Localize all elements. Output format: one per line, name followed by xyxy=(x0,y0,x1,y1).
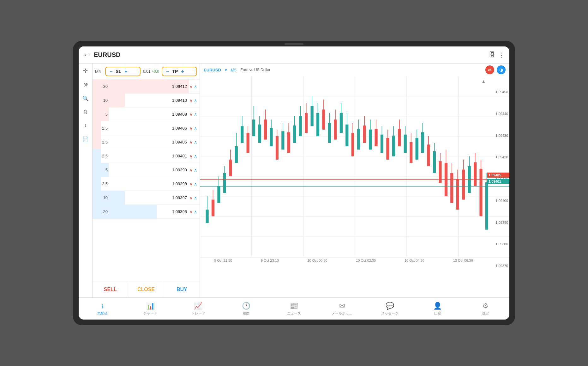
svg-rect-40 xyxy=(281,131,284,149)
order-book-row: 10 1.09410 ∨ ∧ xyxy=(93,94,200,107)
svg-rect-108 xyxy=(479,169,482,216)
chart-svg-wrapper: 1.09450 1.09440 1.09430 1.09420 1.09410 … xyxy=(200,76,509,258)
sell-button[interactable]: SELL xyxy=(93,281,128,297)
bottom-nav: ↕ 気配値 📊 チャート 📈 トレード 🕐 履歴 📰 ニュース ✉ メールボ xyxy=(79,297,509,320)
sl-plus-button[interactable]: + xyxy=(124,69,128,74)
nav-item-news[interactable]: 📰 ニュース xyxy=(283,302,305,316)
sl-minus-button[interactable]: − xyxy=(109,69,113,74)
nav-label-trade: トレード xyxy=(191,311,205,316)
order-book: 30 1.09412 ∨ ∧ 10 1.09410 ∨ ∧ 5 xyxy=(93,80,200,281)
svg-rect-18 xyxy=(217,186,220,203)
buy-button[interactable]: BUY xyxy=(164,281,200,297)
ob-volume: 10 xyxy=(95,195,108,200)
server-icon[interactable]: 🗄 xyxy=(489,51,495,58)
nav-label-news: ニュース xyxy=(287,311,301,316)
svg-rect-54 xyxy=(322,110,325,130)
up-arrow-icon: ∧ xyxy=(194,209,197,214)
chart-header: EURUSD ▾ M5 Euro vs US Dollar ⇄ ◑ xyxy=(200,64,509,76)
price-label: 1.09400 xyxy=(487,199,509,203)
ob-volume: 2.5 xyxy=(95,181,108,186)
svg-rect-90 xyxy=(427,144,430,166)
chart-area: EURUSD ▾ M5 Euro vs US Dollar ⇄ ◑ xyxy=(200,64,509,297)
nav-item-trade[interactable]: 📈 トレード xyxy=(187,302,209,316)
down-arrow-icon: ∨ xyxy=(189,112,193,117)
ob-price: 1.09405 xyxy=(108,140,187,144)
nav-item-settings[interactable]: ⚙ 設定 xyxy=(474,302,496,316)
tp-box: − TP + xyxy=(162,67,197,76)
ob-price: 1.09398 xyxy=(108,181,187,186)
tp-plus-button[interactable]: + xyxy=(180,69,184,74)
sl-label: SL xyxy=(116,69,121,74)
time-axis: 9 Oct 21:50 9 Oct 23:10 10 Oct 00:30 10 … xyxy=(200,258,509,263)
indicator-button-blue[interactable]: ◑ xyxy=(497,65,506,74)
close-button[interactable]: CLOSE xyxy=(128,281,164,297)
svg-rect-84 xyxy=(410,142,412,163)
up-arrow-icon: ∧ xyxy=(194,168,197,173)
trade-icon: 📈 xyxy=(194,302,202,310)
device-frame: ← EURUSD 🗄 ⋮ ✛ ⚒ 🔍 ⇅ ↕ 📄 M5 xyxy=(73,41,515,325)
ob-price: 1.09397 xyxy=(108,195,187,200)
order-book-row: 2.5 1.09401 ∨ ∧ xyxy=(93,149,200,163)
mailbox-icon: ✉ xyxy=(339,302,345,310)
nav-item-history[interactable]: 🕐 履歴 xyxy=(235,302,257,316)
svg-rect-56 xyxy=(328,123,331,143)
tp-label: TP xyxy=(172,69,178,74)
header: ← EURUSD 🗄 ⋮ xyxy=(79,46,509,64)
price-label: 1.09440 xyxy=(487,112,509,116)
nav-item-mailbox[interactable]: ✉ メールボッ... xyxy=(331,302,353,316)
price-label: 1.09380 xyxy=(487,242,509,246)
ob-volume: 5 xyxy=(95,112,108,117)
history-icon: 🕐 xyxy=(242,302,250,310)
nav-item-quotes[interactable]: ↕ 気配値 xyxy=(92,302,114,316)
order-panel: M5 − SL + 0.01 +0.0 − TP + xyxy=(93,64,200,297)
ob-price: 1.09406 xyxy=(108,126,187,131)
transfer-icon[interactable]: ↕ xyxy=(84,123,87,128)
ob-price: 1.09399 xyxy=(108,168,187,172)
back-button[interactable]: ← xyxy=(84,51,90,58)
down-arrow-icon: ∨ xyxy=(189,209,193,214)
nav-label-settings: 設定 xyxy=(482,311,489,316)
time-label: 10 Oct 00:30 xyxy=(308,259,327,262)
action-row: SELL CLOSE BUY xyxy=(93,281,200,297)
document-icon[interactable]: 📄 xyxy=(82,136,89,142)
svg-rect-16 xyxy=(212,200,214,217)
indicator-button-red[interactable]: ⇄ xyxy=(485,65,494,74)
ob-volume: 20 xyxy=(95,209,108,214)
chart-scroll-up-icon[interactable]: ▲ xyxy=(481,79,486,84)
nav-label-chart: チャート xyxy=(143,311,157,316)
svg-rect-26 xyxy=(241,126,243,143)
down-arrow-icon: ∨ xyxy=(189,154,193,159)
svg-rect-106 xyxy=(474,162,477,186)
nav-item-chart[interactable]: 📊 チャート xyxy=(139,302,161,316)
order-book-row: 30 1.09412 ∨ ∧ xyxy=(93,80,200,94)
svg-rect-98 xyxy=(450,173,453,203)
nav-item-messages[interactable]: 💬 メッセージ xyxy=(379,302,401,316)
news-icon: 📰 xyxy=(290,302,298,310)
account-icon: 👤 xyxy=(433,302,442,310)
chart-indicators: ⇄ ◑ xyxy=(485,65,506,74)
down-arrow-icon: ∨ xyxy=(189,84,193,89)
svg-rect-34 xyxy=(264,119,267,139)
tp-minus-button[interactable]: − xyxy=(165,69,170,74)
svg-rect-78 xyxy=(392,136,395,156)
svg-rect-66 xyxy=(357,129,360,149)
svg-rect-70 xyxy=(369,130,372,149)
more-options-icon[interactable]: ⋮ xyxy=(499,52,504,58)
svg-rect-36 xyxy=(270,128,273,146)
svg-rect-72 xyxy=(375,129,377,146)
svg-rect-92 xyxy=(433,151,436,173)
price-label: 1.09390 xyxy=(487,221,509,224)
crosshair-icon[interactable]: ✛ xyxy=(83,67,88,74)
search-icon[interactable]: 🔍 xyxy=(82,95,89,101)
svg-rect-60 xyxy=(340,113,343,133)
nav-item-account[interactable]: 👤 口座 xyxy=(427,302,449,316)
drawing-icon[interactable]: ⚒ xyxy=(83,82,88,88)
ob-volume: 30 xyxy=(95,84,108,89)
nav-label-mailbox: メールボッ... xyxy=(332,311,352,316)
time-label: 10 Oct 06:30 xyxy=(453,259,473,262)
order-book-row: 2.5 1.09406 ∨ ∧ xyxy=(93,121,200,135)
down-arrow-icon: ∨ xyxy=(189,195,193,200)
filter-icon[interactable]: ⇅ xyxy=(83,109,87,115)
up-arrow-icon: ∧ xyxy=(194,84,197,89)
price-label: 1.09430 xyxy=(487,134,509,137)
